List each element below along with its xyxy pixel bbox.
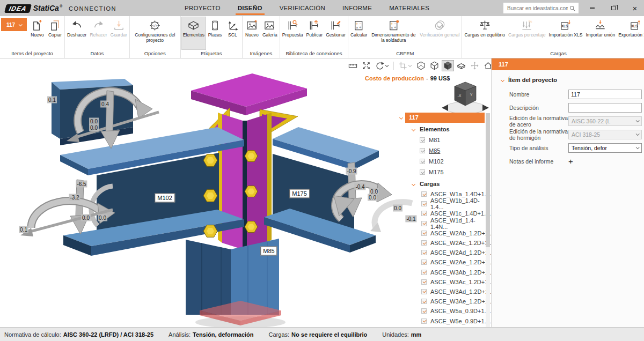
checkbox-icon[interactable] — [421, 318, 427, 324]
tree-item-asce-w7xa-0-9d-1[interactable]: ASCE_W7Xa_0.9D+1(... — [400, 326, 485, 327]
ribbon-button-label: Rehacer — [90, 33, 107, 38]
tree-item-asce-w1d-1-4-1-4n[interactable]: ASCE_W1d_1.4-1.4N... — [400, 219, 485, 228]
tab-diseno[interactable]: DISEÑO — [229, 0, 271, 16]
minimize-button[interactable] — [588, 4, 596, 12]
view-clipping-button[interactable] — [455, 60, 467, 71]
tree-item-asce-w2ac-1-2d-1[interactable]: ASCE_W2Ac_1.2D+1.... — [400, 238, 485, 248]
ribbon-button-importacion-xls[interactable]: Importación XLS — [547, 17, 584, 50]
tree-item-asce-w5e-0-9d-1-6[interactable]: ASCE_W5e_0.9D+1.6... — [400, 316, 485, 325]
properties-section-header[interactable]: Ítem del proyecto — [492, 70, 644, 87]
tree-scrollbar[interactable] — [486, 113, 490, 327]
tab-materiales[interactable]: MATERIALES — [380, 0, 438, 16]
tab-verificacion[interactable]: VERIFICACIÓN — [271, 0, 334, 16]
search-input[interactable] — [506, 5, 569, 12]
tree-item-m81[interactable]: M81 — [400, 135, 485, 145]
tree-item-asce-w3ab-1-2d-1[interactable]: ASCE_W3Ab_1.2D+1... — [400, 268, 485, 277]
ribbon-button-cargas-en-equilibrio[interactable]: Cargas en equilibrio — [463, 17, 507, 50]
checkbox-icon[interactable] — [420, 159, 425, 164]
property-input-descripcion[interactable] — [568, 103, 642, 113]
ribbon-button-publicar[interactable]: Publicar — [305, 17, 325, 50]
checkbox-icon[interactable] — [421, 270, 427, 275]
tree-section-cargas[interactable]: Cargas — [400, 179, 485, 189]
tree-item-asce-w2ae-1-2d-1[interactable]: ASCE_W2Ae_1.2D+1.... — [400, 257, 485, 267]
ribbon-button-exportacion-xls[interactable]: Exportación XLS — [617, 17, 644, 50]
ribbon-button-galeria[interactable]: Galería — [261, 17, 279, 50]
ribbon-button-nuevo[interactable]: Nuevo — [28, 17, 46, 50]
ribbon-button-elementos[interactable]: Elementos — [181, 17, 206, 50]
checkbox-icon[interactable] — [421, 211, 427, 216]
tree-item-label: M85 — [429, 147, 440, 154]
tree-item-m175[interactable]: M175 — [400, 167, 485, 177]
section-view-icon — [398, 61, 407, 70]
tree-section-elementos[interactable]: Elementos — [400, 124, 485, 135]
checkbox-icon[interactable] — [421, 240, 427, 246]
add-note-button[interactable]: + — [568, 157, 573, 165]
status-analisis: Análisis:Tensión, deformación — [169, 331, 253, 338]
home-view-button[interactable] — [482, 60, 491, 71]
restore-button[interactable] — [610, 4, 617, 12]
property-label: Notas del informe — [509, 158, 568, 165]
checkbox-icon[interactable] — [420, 148, 425, 153]
ribbon-button-importar-union[interactable]: Importar unión — [584, 17, 617, 50]
tab-informe[interactable]: INFORME — [334, 0, 380, 16]
tree-root-item[interactable]: 117 — [400, 113, 485, 123]
member-label-m175[interactable]: M175 — [289, 189, 310, 198]
cost-label: Costo de produccion — [365, 75, 424, 81]
ribbon-button-calcular[interactable]: Calcular — [349, 17, 369, 50]
navigation-cube[interactable]: -X Y — [440, 78, 491, 116]
ribbon-button-gestionar[interactable]: Gestionar — [324, 17, 347, 50]
tree-item-asce-w1b-1-4d-1-4[interactable]: ASCE_W1b_1.4D-1.4... — [400, 199, 485, 209]
ribbon-button-copiar[interactable]: Copiar — [46, 17, 64, 50]
view-hidden-lines-button[interactable] — [428, 60, 441, 71]
ribbon-button-configuraciones-del-proyecto[interactable]: Configuraciones del proyecto — [130, 17, 180, 50]
checkbox-icon[interactable] — [421, 260, 427, 265]
ribbon-button-placas[interactable]: Placas — [206, 17, 224, 50]
property-input-nombre[interactable] — [568, 90, 642, 99]
tree-item-asce-w5a-0-9d-1-6[interactable]: ASCE_W5a_0.9D+1.6... — [400, 306, 485, 316]
view-solid-button[interactable] — [442, 60, 454, 71]
checkbox-icon[interactable] — [421, 250, 427, 255]
ribbon-button-deshacer[interactable]: Deshacer — [65, 17, 88, 50]
checkbox-icon[interactable] — [420, 169, 425, 175]
app-logo: IDEA StatiCa® CONNECTION — [5, 4, 116, 13]
checkbox-icon[interactable] — [421, 221, 427, 226]
member-label-m85[interactable]: M85 — [260, 247, 277, 256]
checkbox-icon[interactable] — [421, 191, 427, 197]
view-wireframe-button[interactable] — [415, 60, 427, 71]
tree-item-m102[interactable]: M102 — [400, 156, 485, 167]
zoom-fit-button[interactable] — [360, 60, 372, 71]
tree-item-asce-w2ad-1-2d-1[interactable]: ASCE_W2Ad_1.2D+1... — [400, 248, 485, 257]
checkbox-icon[interactable] — [421, 201, 427, 206]
save-icon — [113, 19, 125, 32]
member-label-m102[interactable]: M102 — [155, 194, 175, 203]
ribbon-button-propuesta[interactable]: Propuesta — [281, 17, 305, 50]
close-button[interactable]: × — [631, 4, 639, 12]
viewport-3d[interactable]: Costo de produccion-99 US$ -X Y M102M175… — [0, 58, 491, 327]
checkbox-icon[interactable] — [421, 299, 427, 304]
status-value: mm — [411, 331, 422, 338]
search-box[interactable] — [503, 3, 579, 13]
checkbox-icon[interactable] — [421, 308, 427, 314]
ribbon-button-nuevo[interactable]: Nuevo — [243, 17, 261, 50]
checkbox-icon[interactable] — [421, 231, 427, 236]
ribbon-button-scl[interactable]: SCL — [224, 17, 241, 50]
tab-proyecto[interactable]: PROYECTO — [176, 0, 229, 16]
ribbon-button-label: Dimensionamiento de la soldadura — [370, 33, 416, 43]
property-select-tipo-de-analisis[interactable]: Tensión, defor — [568, 143, 642, 153]
tree-item-m85[interactable]: M85 — [400, 145, 485, 156]
ribbon-button-dimensionamiento-de-la-soldadura[interactable]: Dimensionamiento de la soldadura — [369, 17, 418, 50]
scrollbar-thumb[interactable] — [486, 113, 490, 247]
rotate-view-button[interactable] — [374, 60, 391, 71]
property-select-edicion-de-la-normativa-de-acero: AISC 360-22 (L — [568, 116, 642, 126]
checkbox-icon[interactable] — [421, 289, 427, 294]
measure-tool-button[interactable] — [347, 60, 359, 71]
project-item-dropdown[interactable]: 117 — [1, 18, 27, 31]
checkbox-icon[interactable] — [420, 137, 425, 143]
ribbon-button-label: SCL — [228, 33, 237, 38]
tree-item-asce-w3ad-1-2d-1[interactable]: ASCE_W3Ad_1.2D+1... — [400, 287, 485, 296]
tree-item-asce-w3ac-1-2d-1[interactable]: ASCE_W3Ac_1.2D+1.... — [400, 277, 485, 287]
cap-plate — [191, 73, 307, 115]
tree-item-asce-w3ae-1-2d-1[interactable]: ASCE_W3Ae_1.2D+1.... — [400, 296, 485, 306]
tree-item-asce-w2ab-1-2d-1[interactable]: ASCE_W2Ab_1.2D+1... — [400, 228, 485, 238]
checkbox-icon[interactable] — [421, 279, 427, 285]
